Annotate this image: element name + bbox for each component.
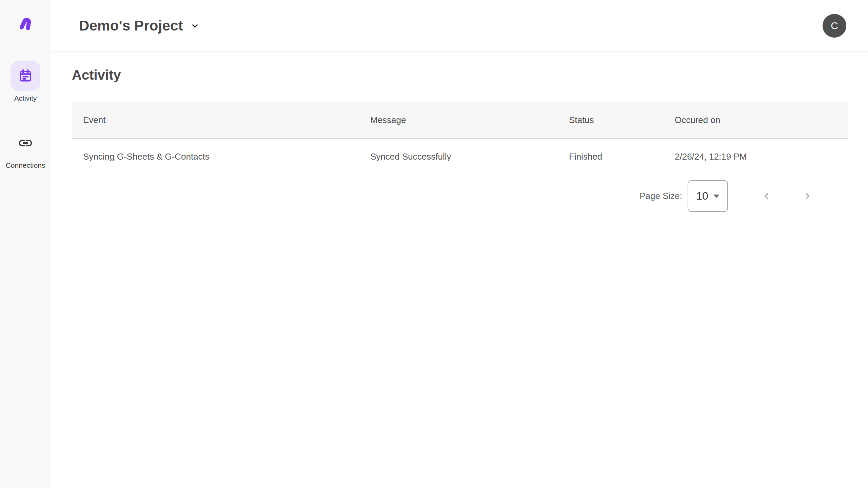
- cell-event: Syncing G-Sheets & G-Contacts: [72, 151, 359, 162]
- sidebar-item-activity[interactable]: Activity: [11, 61, 40, 102]
- sidebar-item-connections[interactable]: Connections: [6, 128, 45, 169]
- page-title: Activity: [72, 67, 868, 83]
- chevron-down-icon: [190, 21, 200, 31]
- previous-page-button[interactable]: [759, 189, 774, 204]
- page-size-label: Page Size:: [639, 191, 682, 201]
- column-header-occured-on: Occured on: [664, 115, 848, 125]
- main-content: Activity Event Message Status Occured on…: [51, 52, 868, 212]
- cell-status: Finished: [558, 151, 664, 162]
- user-avatar[interactable]: C: [823, 14, 846, 38]
- chevron-right-icon: [802, 190, 813, 202]
- connections-tile[interactable]: [11, 128, 40, 158]
- next-page-button[interactable]: [800, 189, 815, 204]
- cell-message: Synced Successfully: [359, 151, 558, 162]
- activity-table: Event Message Status Occured on Syncing …: [72, 102, 848, 174]
- column-header-status: Status: [558, 115, 664, 125]
- chevron-left-icon: [761, 190, 772, 202]
- page-size-select[interactable]: 10: [688, 180, 728, 212]
- cell-occurred-on: 2/26/24, 12:19 PM: [664, 151, 848, 162]
- project-switcher[interactable]: Demo's Project: [79, 18, 200, 34]
- avatar-initial: C: [831, 20, 838, 32]
- activity-tile[interactable]: [11, 61, 40, 91]
- pagination-bar: Page Size: 10: [51, 180, 827, 212]
- page-size-value: 10: [696, 190, 708, 202]
- link-icon: [18, 135, 33, 151]
- calendar-icon: [18, 68, 33, 84]
- select-caret-icon: [713, 195, 719, 198]
- column-header-event: Event: [72, 115, 359, 125]
- app-window: Activity Connections Demo's Project C Ac…: [0, 0, 868, 488]
- project-title-text: Demo's Project: [79, 18, 183, 34]
- column-header-message: Message: [359, 115, 558, 125]
- app-logo[interactable]: [16, 16, 35, 35]
- top-header: Demo's Project C: [51, 0, 868, 52]
- brand-logo-icon: [16, 16, 35, 35]
- sidebar: Activity Connections: [0, 0, 51, 488]
- table-header-row: Event Message Status Occured on: [72, 102, 848, 139]
- sidebar-item-label: Connections: [6, 161, 45, 169]
- sidebar-item-label: Activity: [14, 94, 37, 102]
- table-row[interactable]: Syncing G-Sheets & G-Contacts Synced Suc…: [72, 139, 848, 174]
